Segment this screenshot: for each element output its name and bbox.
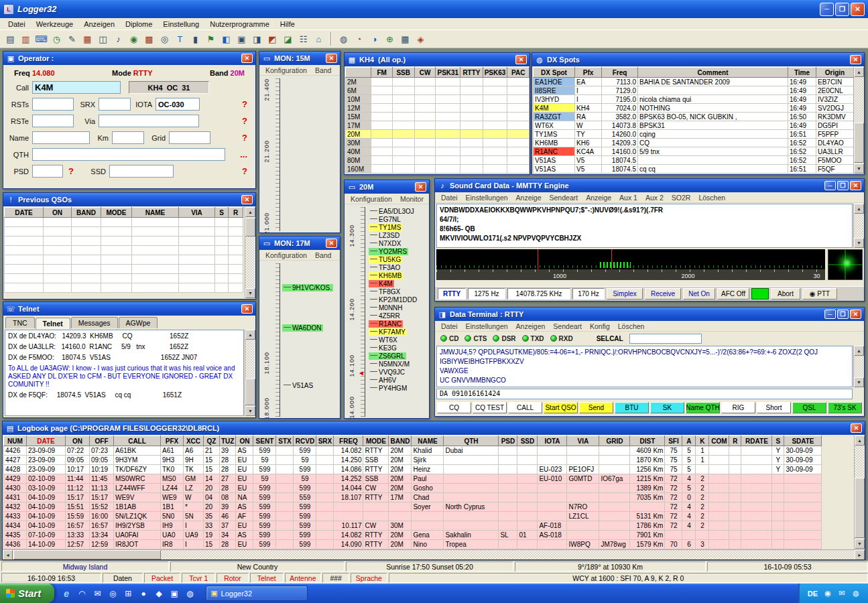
table-cell[interactable]: [316, 474, 334, 484]
table-cell[interactable]: 4427: [4, 456, 27, 465]
table-cell[interactable]: F5QF: [816, 165, 854, 174]
table-cell[interactable]: 02-10-09: [27, 474, 66, 484]
table-cell[interactable]: 33: [204, 521, 220, 531]
table-cell[interactable]: 4: [682, 474, 696, 484]
bandmap-spot[interactable]: V51AS: [282, 382, 314, 389]
table-cell[interactable]: [444, 456, 499, 465]
table-cell[interactable]: 599: [253, 465, 276, 474]
table-cell[interactable]: [729, 540, 741, 549]
toolbar-icon[interactable]: ◉: [822, 588, 833, 599]
scroll-up-icon[interactable]: ▲: [854, 204, 864, 214]
bandmap-spot[interactable]: K4M: [369, 280, 394, 287]
table-cell[interactable]: 15:51: [66, 503, 90, 512]
table-cell[interactable]: 09:05: [90, 456, 114, 465]
table-cell[interactable]: 39: [220, 503, 236, 512]
table-cell[interactable]: 01: [517, 531, 538, 540]
toolbar-icon[interactable]: ▦: [80, 31, 95, 46]
table-cell[interactable]: [599, 531, 630, 540]
table-cell[interactable]: [276, 465, 294, 474]
table-cell[interactable]: 15:59: [66, 512, 90, 521]
table-cell[interactable]: SSB: [363, 474, 389, 484]
column-header[interactable]: BAND: [389, 436, 412, 446]
menu-item-datei[interactable]: Datei: [438, 194, 461, 202]
table-cell[interactable]: [507, 121, 530, 130]
table-cell[interactable]: 30M: [346, 139, 371, 147]
table-cell[interactable]: 4434: [4, 521, 27, 531]
column-header[interactable]: FM: [371, 68, 393, 78]
table-cell[interactable]: [507, 139, 530, 147]
help-button[interactable]: ?: [68, 166, 74, 176]
table-cell[interactable]: 14.082: [334, 446, 363, 456]
table-cell[interactable]: 13:33: [66, 531, 90, 540]
table-cell[interactable]: 5: [682, 446, 696, 456]
table-cell[interactable]: 75: [665, 465, 682, 474]
srx-input[interactable]: [99, 98, 131, 111]
table-cell[interactable]: [316, 503, 334, 512]
bandmap-spot[interactable]: AH6V: [369, 377, 397, 384]
table-cell[interactable]: R1ANC: [534, 147, 575, 156]
table-cell[interactable]: 12M: [346, 104, 371, 113]
vertical-scrollbar[interactable]: ▲ ▼: [854, 436, 864, 549]
table-cell[interactable]: [517, 456, 538, 465]
table-cell[interactable]: [483, 113, 507, 121]
table-cell[interactable]: V5: [575, 156, 602, 165]
table-cell[interactable]: [460, 165, 483, 174]
table-cell[interactable]: [483, 78, 507, 86]
table-cell[interactable]: [599, 512, 630, 521]
column-header[interactable]: PSD: [499, 436, 517, 446]
table-cell[interactable]: [517, 484, 538, 493]
table-cell[interactable]: V51AS: [534, 156, 575, 165]
table-cell[interactable]: 72: [665, 474, 682, 484]
table-cell[interactable]: [436, 86, 460, 95]
table-cell[interactable]: [599, 446, 630, 456]
table-cell[interactable]: [709, 456, 729, 465]
table-cell[interactable]: [499, 512, 517, 521]
table-cell[interactable]: 4: [682, 521, 696, 531]
table-cell[interactable]: [538, 503, 567, 512]
close-button[interactable]: ✕: [326, 239, 337, 248]
table-cell[interactable]: 160M: [346, 165, 371, 174]
column-header[interactable]: OFF: [90, 436, 114, 446]
table-cell[interactable]: Chad: [412, 493, 444, 503]
table-cell[interactable]: 19: [204, 531, 220, 540]
table-cell[interactable]: W: [184, 493, 204, 503]
close-button[interactable]: ✕: [241, 54, 253, 63]
close-button[interactable]: ✕: [850, 55, 861, 64]
table-cell[interactable]: 40M: [346, 147, 371, 156]
table-cell[interactable]: 13:34: [90, 531, 114, 540]
table-cell[interactable]: KH4: [575, 104, 602, 113]
column-header[interactable]: DIST: [630, 436, 665, 446]
macro-button-cq-test[interactable]: CQ TEST: [473, 402, 507, 413]
table-cell[interactable]: 20M: [346, 130, 371, 139]
table-cell[interactable]: [392, 78, 414, 86]
table-cell[interactable]: [741, 465, 772, 474]
table-cell[interactable]: [389, 512, 412, 521]
vertical-scrollbar[interactable]: ▲ ▼: [853, 67, 863, 174]
column-header[interactable]: Time: [788, 68, 816, 78]
table-cell[interactable]: 23-09-09: [27, 446, 66, 456]
rste-input[interactable]: [32, 115, 74, 127]
table-cell[interactable]: [696, 531, 709, 540]
table-cell[interactable]: [507, 156, 530, 165]
net-on-button[interactable]: Net On: [683, 288, 715, 299]
maximize-button[interactable]: ❐: [837, 181, 849, 190]
table-cell[interactable]: 1B1AB: [114, 503, 161, 512]
table-cell[interactable]: TY: [575, 130, 602, 139]
table-cell[interactable]: MS0: [161, 474, 184, 484]
macro-button-73-s-sk[interactable]: 73's SK: [828, 402, 862, 413]
table-cell[interactable]: [499, 456, 517, 465]
table-cell[interactable]: [567, 446, 599, 456]
table-cell[interactable]: [567, 484, 599, 493]
table-cell[interactable]: [460, 104, 483, 113]
tab-tnc[interactable]: TNC: [5, 317, 35, 328]
table-cell[interactable]: CW: [363, 484, 389, 493]
table-cell[interactable]: [316, 465, 334, 474]
table-cell[interactable]: [414, 86, 436, 95]
column-header[interactable]: CW: [414, 68, 436, 78]
column-header[interactable]: QZ: [204, 436, 220, 446]
toolbar-icon[interactable]: ▣: [234, 31, 249, 46]
table-cell[interactable]: 21: [204, 446, 220, 456]
table-cell[interactable]: 17M: [346, 121, 371, 130]
table-cell[interactable]: [638, 86, 788, 95]
table-cell[interactable]: [392, 86, 414, 95]
